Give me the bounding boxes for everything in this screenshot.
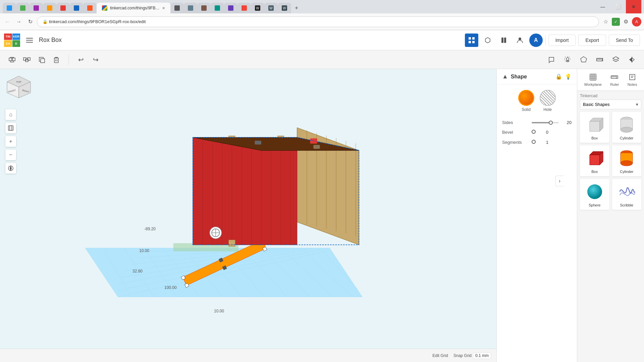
shape-sphere-label: Sphere <box>589 203 600 207</box>
polygon-btn[interactable] <box>577 53 590 66</box>
shape-box-solid[interactable]: Box <box>580 145 609 176</box>
tinkercad-app: TIN KER CA D Rox Box A <box>0 30 644 362</box>
bulb-icon[interactable]: 💡 <box>565 73 572 80</box>
light-btn[interactable] <box>561 53 574 66</box>
library-selector[interactable]: Basic Shapes ▾ <box>580 100 641 109</box>
browser-tab-15[interactable]: W <box>251 3 264 13</box>
app-header: TIN KER CA D Rox Box A <box>0 30 644 50</box>
panel-collapse-arrow[interactable]: › <box>555 176 564 186</box>
project-title[interactable]: Rox Box <box>39 37 62 44</box>
import-btn[interactable]: Import <box>548 35 576 46</box>
fit-btn[interactable] <box>5 123 16 133</box>
svg-marker-115 <box>590 121 600 131</box>
shape-scribble[interactable]: Scribble <box>612 179 642 210</box>
browser-tab-14[interactable] <box>237 3 251 13</box>
solid-option[interactable]: Solid <box>518 90 534 112</box>
mirror-btn[interactable] <box>625 53 639 66</box>
browser-tab-13[interactable] <box>224 3 237 13</box>
settings-btn[interactable]: ⚙ <box>621 17 631 26</box>
browser-tab-7[interactable] <box>83 3 97 13</box>
browser-tab-2[interactable] <box>16 3 30 13</box>
browser-tab-10[interactable] <box>184 3 197 13</box>
svg-rect-1 <box>472 37 475 40</box>
shape-cylinder-solid[interactable]: Cylinder <box>612 145 642 176</box>
ruler-btn[interactable]: Ruler <box>607 72 622 88</box>
segments-thumb[interactable] <box>532 139 536 145</box>
maximize-btn[interactable]: ⬜ <box>610 0 626 13</box>
bevel-thumb[interactable] <box>532 129 536 135</box>
export-btn[interactable]: Export <box>578 35 606 46</box>
workplane-btn[interactable]: Workplane <box>582 72 604 88</box>
sides-row: Sides 20 <box>502 120 572 125</box>
panel-collapse-btn[interactable]: ▲ <box>502 73 508 80</box>
hole-option[interactable]: Hole <box>540 90 556 112</box>
shape-box-outline[interactable]: Box <box>580 112 609 143</box>
address-bar[interactable]: 🔒 tinkercad.com/things/9FBOR1eSGpR-rox-b… <box>37 16 599 27</box>
new-tab-btn[interactable]: + <box>291 3 302 13</box>
back-btn[interactable]: ← <box>3 17 12 26</box>
bookmark-btn[interactable]: ☆ <box>601 17 610 26</box>
edit-grid-btn[interactable]: Edit Grid <box>432 353 448 358</box>
zoom-in-btn[interactable]: + <box>5 136 16 147</box>
browser-tab-5[interactable] <box>56 3 70 13</box>
svg-rect-96 <box>8 126 13 130</box>
browser-tab-12[interactable] <box>211 3 224 13</box>
group-btn[interactable] <box>5 53 19 66</box>
browser-tab-16[interactable]: W <box>264 3 278 13</box>
send-to-btn[interactable]: Send To <box>609 35 640 46</box>
browser-tab-1[interactable] <box>3 3 16 13</box>
nav-icons-right: ☆ ✓ ⚙ A <box>601 17 641 26</box>
minimize-btn[interactable]: — <box>595 0 610 13</box>
tinkercad-logo: TIN KER CA D <box>4 34 20 47</box>
browser-tab-4[interactable] <box>43 3 56 13</box>
measure-btn[interactable] <box>593 53 606 66</box>
extensions-btn[interactable]: ✓ <box>612 18 620 26</box>
shapes-grid: Box Cylinder <box>580 112 641 210</box>
segments-value: 1 <box>538 140 548 145</box>
svg-rect-13 <box>41 59 45 63</box>
shape-panel-header: ▲ Shape 🔒 💡 <box>497 69 577 84</box>
close-btn[interactable]: ✕ <box>626 0 641 13</box>
hamburger-btn[interactable] <box>24 35 35 46</box>
grid-view-btn[interactable] <box>465 34 478 47</box>
duplicate-btn[interactable] <box>35 53 48 66</box>
svg-text:TOP: TOP <box>16 80 21 83</box>
zoom-out-btn[interactable]: − <box>5 149 16 160</box>
avatar-btn[interactable]: A <box>529 34 543 47</box>
viewport[interactable]: TOP FRONT RIGHT ⌂ + − <box>0 69 496 362</box>
svg-marker-18 <box>581 57 587 62</box>
segments-label: Segments <box>502 140 529 145</box>
shape-panel-title: Shape <box>511 74 527 80</box>
comment-btn[interactable] <box>545 53 558 66</box>
user-btn[interactable] <box>513 34 527 47</box>
home-btn[interactable]: ⌂ <box>5 109 16 120</box>
browser-tab-11[interactable] <box>197 3 211 13</box>
compass-btn[interactable] <box>5 163 16 174</box>
browser-tab-6[interactable] <box>70 3 83 13</box>
browser-tab-9[interactable] <box>170 3 184 13</box>
undo-btn[interactable]: ↩ <box>74 53 88 66</box>
redo-btn[interactable]: ↪ <box>89 53 102 66</box>
lock-icon[interactable]: 🔒 <box>555 73 562 80</box>
browser-chrome: tinkercad.com/things/9FBO... × W W W <box>0 0 644 30</box>
browser-tab-3[interactable] <box>30 3 43 13</box>
view-cube[interactable]: TOP FRONT RIGHT <box>5 74 32 101</box>
shape-sphere[interactable]: Sphere <box>580 179 609 210</box>
ungroup-btn[interactable] <box>20 53 34 66</box>
shape-cylinder-outline[interactable]: Cylinder <box>612 112 642 143</box>
forward-btn[interactable]: → <box>14 17 23 26</box>
snap-grid-value[interactable]: 0.1 mm <box>473 352 491 359</box>
layers-btn[interactable] <box>609 53 623 66</box>
tab-close-btn[interactable]: × <box>162 5 165 11</box>
refresh-btn[interactable]: ↻ <box>25 17 35 26</box>
sides-slider[interactable] <box>532 122 559 123</box>
book-view-btn[interactable] <box>497 34 511 47</box>
profile-btn[interactable]: A <box>632 17 641 26</box>
tools-view-btn[interactable] <box>481 34 494 47</box>
notes-btn[interactable]: Notes <box>625 72 640 88</box>
svg-point-140 <box>587 184 602 199</box>
svg-point-137 <box>621 161 633 166</box>
delete-btn[interactable] <box>50 53 63 66</box>
browser-tab-active[interactable]: tinkercad.com/things/9FBO... × <box>97 3 170 13</box>
browser-tab-17[interactable]: W <box>278 3 291 13</box>
